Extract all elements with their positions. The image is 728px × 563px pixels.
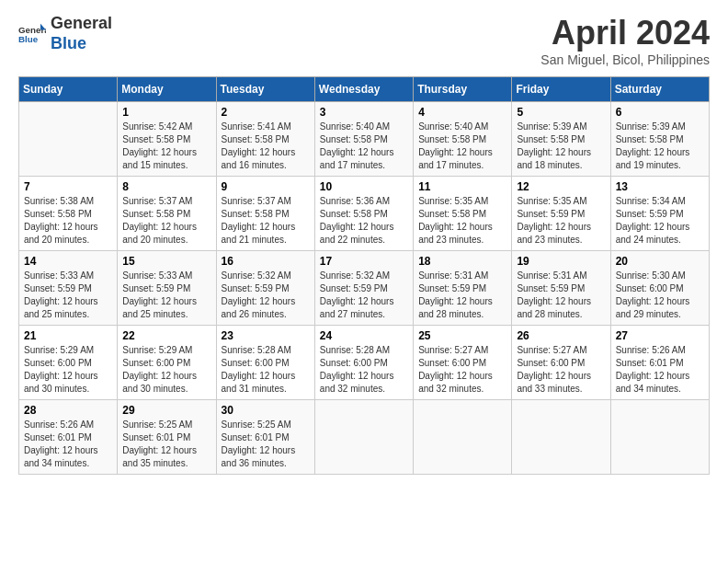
day-info: Sunrise: 5:40 AM Sunset: 5:58 PM Dayligh… — [418, 121, 506, 172]
calendar-cell: 29Sunrise: 5:25 AM Sunset: 6:01 PM Dayli… — [118, 400, 216, 475]
day-info: Sunrise: 5:28 AM Sunset: 6:00 PM Dayligh… — [320, 344, 408, 396]
logo-line1: General — [51, 14, 112, 34]
day-info: Sunrise: 5:25 AM Sunset: 6:01 PM Dayligh… — [122, 419, 210, 470]
calendar-cell: 23Sunrise: 5:28 AM Sunset: 6:00 PM Dayli… — [216, 326, 314, 400]
day-header-tuesday: Tuesday — [216, 77, 314, 102]
day-number: 26 — [517, 329, 605, 342]
calendar-cell: 17Sunrise: 5:32 AM Sunset: 5:59 PM Dayli… — [314, 251, 413, 326]
day-info: Sunrise: 5:35 AM Sunset: 5:59 PM Dayligh… — [517, 195, 605, 247]
calendar-cell: 3Sunrise: 5:40 AM Sunset: 5:58 PM Daylig… — [314, 102, 413, 177]
location: San Miguel, Bicol, Philippines — [540, 52, 710, 67]
day-number: 21 — [24, 329, 112, 342]
day-number: 10 — [320, 180, 408, 193]
day-info: Sunrise: 5:31 AM Sunset: 5:59 PM Dayligh… — [418, 270, 506, 321]
day-info: Sunrise: 5:37 AM Sunset: 5:58 PM Dayligh… — [222, 195, 310, 247]
day-number: 9 — [222, 180, 310, 193]
calendar-cell: 20Sunrise: 5:30 AM Sunset: 6:00 PM Dayli… — [610, 251, 709, 326]
day-number: 18 — [418, 255, 506, 268]
day-number: 28 — [24, 404, 112, 417]
day-number: 7 — [24, 180, 112, 193]
calendar-cell: 10Sunrise: 5:36 AM Sunset: 5:58 PM Dayli… — [314, 177, 413, 251]
week-row-2: 14Sunrise: 5:33 AM Sunset: 5:59 PM Dayli… — [19, 251, 710, 326]
calendar-cell: 4Sunrise: 5:40 AM Sunset: 5:58 PM Daylig… — [414, 102, 512, 177]
calendar-cell: 25Sunrise: 5:27 AM Sunset: 6:00 PM Dayli… — [414, 326, 512, 400]
day-number: 3 — [320, 106, 408, 119]
day-number: 22 — [122, 329, 210, 342]
day-number: 8 — [122, 180, 210, 193]
day-info: Sunrise: 5:34 AM Sunset: 5:59 PM Dayligh… — [616, 195, 704, 247]
calendar-cell: 22Sunrise: 5:29 AM Sunset: 6:00 PM Dayli… — [118, 326, 216, 400]
logo-line2: Blue — [51, 34, 112, 54]
calendar-cell: 14Sunrise: 5:33 AM Sunset: 5:59 PM Dayli… — [19, 251, 118, 326]
day-info: Sunrise: 5:33 AM Sunset: 5:59 PM Dayligh… — [24, 270, 112, 321]
week-row-1: 7Sunrise: 5:38 AM Sunset: 5:58 PM Daylig… — [19, 177, 710, 251]
calendar-cell — [314, 400, 413, 475]
day-info: Sunrise: 5:26 AM Sunset: 6:01 PM Dayligh… — [24, 419, 112, 470]
month-title: April 2024 — [540, 14, 710, 52]
day-number: 25 — [418, 329, 506, 342]
day-info: Sunrise: 5:29 AM Sunset: 6:00 PM Dayligh… — [24, 344, 112, 396]
calendar-cell: 11Sunrise: 5:35 AM Sunset: 5:58 PM Dayli… — [414, 177, 512, 251]
calendar-cell: 30Sunrise: 5:25 AM Sunset: 6:01 PM Dayli… — [216, 400, 314, 475]
calendar-table: SundayMondayTuesdayWednesdayThursdayFrid… — [18, 76, 710, 475]
day-info: Sunrise: 5:27 AM Sunset: 6:00 PM Dayligh… — [517, 344, 605, 396]
day-number: 29 — [122, 404, 210, 417]
week-row-4: 28Sunrise: 5:26 AM Sunset: 6:01 PM Dayli… — [19, 400, 710, 475]
day-info: Sunrise: 5:39 AM Sunset: 5:58 PM Dayligh… — [517, 121, 605, 172]
day-header-monday: Monday — [118, 77, 216, 102]
day-info: Sunrise: 5:31 AM Sunset: 5:59 PM Dayligh… — [517, 270, 605, 321]
calendar-cell: 18Sunrise: 5:31 AM Sunset: 5:59 PM Dayli… — [414, 251, 512, 326]
calendar-cell: 12Sunrise: 5:35 AM Sunset: 5:59 PM Dayli… — [512, 177, 610, 251]
day-info: Sunrise: 5:29 AM Sunset: 6:00 PM Dayligh… — [122, 344, 210, 396]
calendar-cell — [512, 400, 610, 475]
calendar-cell: 7Sunrise: 5:38 AM Sunset: 5:58 PM Daylig… — [19, 177, 118, 251]
page-container: General Blue General Blue April 2024 San… — [0, 0, 728, 488]
day-info: Sunrise: 5:33 AM Sunset: 5:59 PM Dayligh… — [122, 270, 210, 321]
day-number: 19 — [517, 255, 605, 268]
day-number: 20 — [616, 255, 704, 268]
day-number: 11 — [418, 180, 506, 193]
day-info: Sunrise: 5:39 AM Sunset: 5:58 PM Dayligh… — [616, 121, 704, 172]
day-number: 6 — [616, 106, 704, 119]
calendar-header-row: SundayMondayTuesdayWednesdayThursdayFrid… — [19, 77, 710, 102]
day-info: Sunrise: 5:35 AM Sunset: 5:58 PM Dayligh… — [418, 195, 506, 247]
day-info: Sunrise: 5:32 AM Sunset: 5:59 PM Dayligh… — [222, 270, 310, 321]
calendar-cell: 1Sunrise: 5:42 AM Sunset: 5:58 PM Daylig… — [118, 102, 216, 177]
calendar-cell: 6Sunrise: 5:39 AM Sunset: 5:58 PM Daylig… — [610, 102, 709, 177]
day-info: Sunrise: 5:42 AM Sunset: 5:58 PM Dayligh… — [122, 121, 210, 172]
day-header-friday: Friday — [512, 77, 610, 102]
day-header-sunday: Sunday — [19, 77, 118, 102]
day-number: 1 — [122, 106, 210, 119]
day-number: 15 — [122, 255, 210, 268]
week-row-0: 1Sunrise: 5:42 AM Sunset: 5:58 PM Daylig… — [19, 102, 710, 177]
day-info: Sunrise: 5:25 AM Sunset: 6:01 PM Dayligh… — [222, 419, 310, 470]
calendar-cell: 2Sunrise: 5:41 AM Sunset: 5:58 PM Daylig… — [216, 102, 314, 177]
day-number: 2 — [222, 106, 310, 119]
calendar-cell — [414, 400, 512, 475]
day-info: Sunrise: 5:41 AM Sunset: 5:58 PM Dayligh… — [222, 121, 310, 172]
logo-icon: General Blue — [18, 20, 46, 48]
calendar-cell — [610, 400, 709, 475]
day-number: 12 — [517, 180, 605, 193]
day-info: Sunrise: 5:32 AM Sunset: 5:59 PM Dayligh… — [320, 270, 408, 321]
calendar-cell: 15Sunrise: 5:33 AM Sunset: 5:59 PM Dayli… — [118, 251, 216, 326]
day-number: 16 — [222, 255, 310, 268]
day-number: 27 — [616, 329, 704, 342]
title-block: April 2024 San Miguel, Bicol, Philippine… — [540, 14, 710, 67]
day-info: Sunrise: 5:26 AM Sunset: 6:01 PM Dayligh… — [616, 344, 704, 396]
logo: General Blue General Blue — [18, 14, 112, 53]
calendar-cell: 19Sunrise: 5:31 AM Sunset: 5:59 PM Dayli… — [512, 251, 610, 326]
calendar-cell: 5Sunrise: 5:39 AM Sunset: 5:58 PM Daylig… — [512, 102, 610, 177]
day-number: 24 — [320, 329, 408, 342]
calendar-cell: 16Sunrise: 5:32 AM Sunset: 5:59 PM Dayli… — [216, 251, 314, 326]
week-row-3: 21Sunrise: 5:29 AM Sunset: 6:00 PM Dayli… — [19, 326, 710, 400]
day-number: 17 — [320, 255, 408, 268]
day-info: Sunrise: 5:28 AM Sunset: 6:00 PM Dayligh… — [222, 344, 310, 396]
day-info: Sunrise: 5:30 AM Sunset: 6:00 PM Dayligh… — [616, 270, 704, 321]
day-header-thursday: Thursday — [414, 77, 512, 102]
day-number: 4 — [418, 106, 506, 119]
day-number: 30 — [222, 404, 310, 417]
calendar-cell: 24Sunrise: 5:28 AM Sunset: 6:00 PM Dayli… — [314, 326, 413, 400]
day-info: Sunrise: 5:38 AM Sunset: 5:58 PM Dayligh… — [24, 195, 112, 247]
calendar-cell: 13Sunrise: 5:34 AM Sunset: 5:59 PM Dayli… — [610, 177, 709, 251]
